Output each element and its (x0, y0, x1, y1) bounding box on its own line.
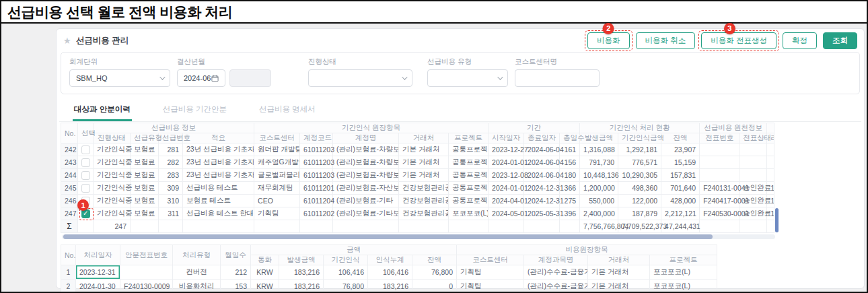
prepaid-expense-panel: ★ 선급비용 관리 비용화 2 비용화 취소 비용화 전표생성 3 확정 (56, 28, 865, 289)
tab-prepaid-statement[interactable]: 선급비용 명세서 (258, 99, 317, 121)
row-checkbox[interactable] (81, 171, 90, 180)
table-row[interactable]: 245 기간인식중 보험료 309 선급비용 테스트 재무 (61, 182, 774, 195)
main-grid-area: No. 선택 선급비용 정보 기간인식 원장항목 기간 기간인식 처리 현황 선… (61, 123, 861, 239)
app-window: 선급비용 선택 월로 전액 비용화 처리 ★ 선급비용 관리 비용화 2 비용화… (0, 0, 868, 293)
cell-project: 포코포코(L) (449, 207, 489, 220)
table-row[interactable]: 243 기간인식중 보험료 282 23년 선급비용 기초자료 이관 (61, 156, 774, 169)
cell-project: 공통프로젝트 (449, 182, 489, 195)
cell-vendor: 기본 거래처 (588, 280, 650, 293)
progress-status-select[interactable] (308, 69, 412, 87)
cell-balance: 0 (412, 280, 457, 293)
cell-slip-no[interactable] (700, 143, 739, 156)
row-checkbox[interactable] (81, 184, 90, 193)
cell-no: 2 (61, 280, 76, 293)
cell-end-date: 2025-05-31 (524, 207, 560, 220)
panel-header: ★ 선급비용 관리 비용화 2 비용화 취소 비용화 전표생성 3 확정 (59, 29, 861, 52)
col-header-month-days: 월일수 (221, 245, 251, 265)
annotation-badge-3: 3 (724, 23, 735, 34)
tab-prepaid-period-allocation[interactable]: 선급비용 기간안분 (161, 99, 228, 121)
cell-slip-no[interactable] (700, 169, 739, 182)
col-header-end-date: 종료일자 (524, 133, 560, 143)
cell-slip-no[interactable]: F240131-0041 (700, 182, 739, 195)
prepaid-type-select[interactable] (427, 69, 508, 87)
cell-slip-no[interactable] (700, 156, 739, 169)
search-button[interactable]: 조회 (823, 32, 857, 49)
cell-costcenter: 원더팝 개발팀 (254, 143, 300, 156)
cell-project: 포코포코(L) (650, 280, 717, 293)
costcenter-name-label: 코스트센터명 (515, 57, 600, 67)
cell-balance: 15,159 (661, 156, 700, 169)
favorite-star-icon[interactable]: ★ (63, 36, 71, 46)
table-row[interactable]: 2 2024-01-30 F240130-0009 비용화처리 153 KRW … (61, 280, 717, 293)
cell-slip-no[interactable]: F240417-0001 (700, 195, 739, 207)
tab-target-allocation-history[interactable]: 대상과 안분이력 (73, 99, 132, 121)
cell-allocation-slip-no[interactable] (120, 265, 173, 280)
cell-currency: KRW (251, 265, 279, 280)
cell-type: 보험료 (131, 182, 159, 195)
cell-select[interactable] (78, 143, 94, 156)
cell-status: 기간인식중 (94, 207, 131, 220)
col-header-no: No. (61, 245, 76, 265)
filter-section: 회계단위 SBM_HQ 결산년월 2024-06 (61, 52, 860, 94)
expense-cancel-button[interactable]: 비용화 취소 (636, 32, 696, 49)
cell-account-code: 61011203 (300, 156, 333, 169)
col-header-account-code: 계정코드 (300, 133, 333, 143)
row-checkbox[interactable] (81, 145, 90, 154)
cell-recognized: 498,360 (618, 182, 661, 195)
cell-vendor: 기본 거래처 (588, 265, 650, 280)
cell-process-date[interactable]: 2024-01-30 (76, 280, 120, 293)
col-header-slip-status: 전표상태 (739, 133, 767, 143)
col-header-process-date: 처리일자 (76, 245, 120, 265)
confirm-button[interactable]: 확정 (783, 32, 817, 49)
cell-desc: 23년 선급비용 기초자료 이관 (183, 169, 254, 182)
cell-num: 282 (159, 156, 183, 169)
cell-slip-no[interactable]: F240530-0001 (700, 207, 739, 220)
cell-account-name: (관리)보험료-차량보험료 (333, 169, 399, 182)
cell-allocation-slip-no[interactable]: F240130-0009 (120, 280, 173, 293)
col-header-vendor: 거래처 (399, 133, 449, 143)
cell-vendor: 기본 거래처 (399, 169, 449, 182)
cell-vendor: 기본 거래처 (399, 156, 449, 169)
cell-status: 기간인식중 (94, 182, 131, 195)
cell-costcenter: 재무회계팀 (254, 182, 300, 195)
cell-amount: 1,200,000 (580, 182, 618, 195)
table-row[interactable]: 246 기간인식중 보험료 310 보험료 테스트 CEO (61, 195, 774, 207)
horizontal-scrollbar-track[interactable] (62, 234, 775, 239)
col-header-vendor: 거래처 (588, 255, 650, 265)
col-header-no: No. (61, 123, 78, 143)
vertical-scrollbar[interactable] (775, 208, 779, 232)
cell-select[interactable]: 1 (78, 207, 94, 220)
group-header-recognition-status: 기간인식 처리 현황 (580, 123, 700, 133)
cell-cut (767, 169, 774, 182)
horizontal-scrollbar-thumb[interactable] (63, 234, 713, 239)
costcenter-name-input[interactable] (515, 69, 600, 87)
calendar-icon[interactable] (211, 75, 219, 82)
cell-no: 246 (61, 195, 78, 207)
cell-status: 기간인식중 (94, 143, 131, 156)
col-header-project: 프로젝트 (650, 255, 717, 265)
row-checkbox[interactable] (81, 158, 90, 167)
cell-balance: 2,212,121 (661, 207, 700, 220)
cell-select[interactable] (78, 182, 94, 195)
window-title-bar: 선급비용 선택 월로 전액 비용화 처리 (1, 1, 867, 24)
accounting-unit-select[interactable]: SBM_HQ (69, 69, 170, 87)
cell-account-code: 61011203 (300, 143, 333, 156)
table-row[interactable]: 1 2023-12-31 컨버전 212 KRW 183,216 106,416… (61, 265, 717, 280)
group-header-expense-ledger: 비용원장항목 (457, 245, 717, 255)
table-row[interactable]: 242 기간인식중 보험료 281 23년 선급비용 기초자료 이관 (61, 143, 774, 156)
cell-account-code: 61011202 (300, 207, 333, 220)
cell-account-name: (관리)수수료-금융기관 (524, 265, 588, 280)
cell-costcenter: 기획팀 (457, 265, 524, 280)
cell-select[interactable] (78, 156, 94, 169)
cell-start-date: 2024-04-01 (489, 195, 524, 207)
table-row[interactable]: 247 1 기간인식중 보험료 311 선급비용 테스트 한대욱 240530 (61, 207, 774, 220)
cell-select[interactable] (78, 169, 94, 182)
col-header-currency: 통화 (251, 255, 279, 265)
closing-month-input[interactable]: 2024-06 (177, 69, 225, 87)
col-header-costcenter: 코스트센터 (254, 133, 300, 143)
expense-convert-button[interactable]: 비용화 (587, 32, 630, 49)
expense-slip-create-button[interactable]: 비용화 전표생성 (701, 32, 776, 49)
table-row[interactable]: 244 기간인식중 보험료 283 23년 선급비용 기초자료 이관 (61, 169, 774, 182)
cell-recognized: 1,292,181 (618, 143, 661, 156)
cell-process-date[interactable]: 2023-12-31 (76, 265, 120, 280)
